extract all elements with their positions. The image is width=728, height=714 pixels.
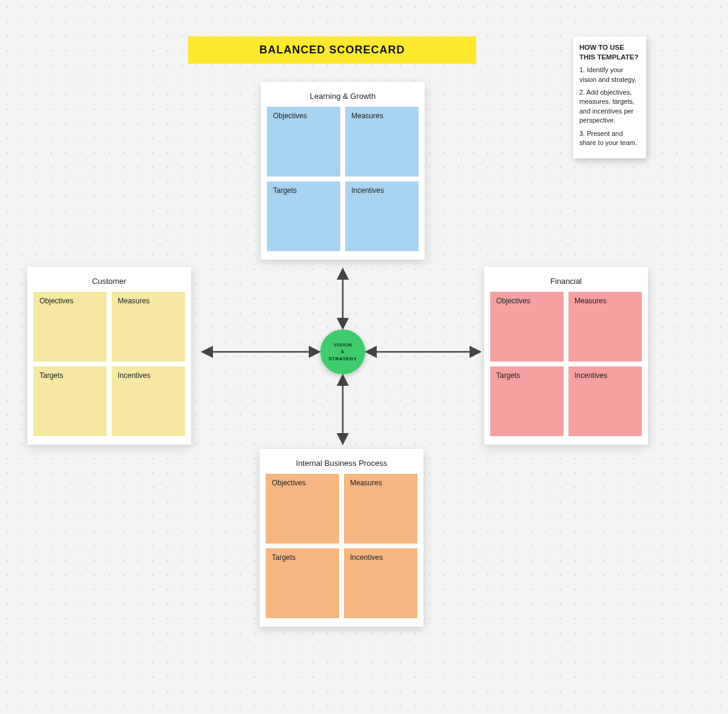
tile-measures[interactable]: Measures: [344, 474, 417, 544]
tile-incentives[interactable]: Incentives: [344, 548, 417, 618]
tile-objectives[interactable]: Objectives: [267, 107, 340, 177]
tile-measures[interactable]: Measures: [112, 292, 185, 362]
panel-title: Customer: [33, 273, 185, 292]
panel-customer[interactable]: Customer Objectives Measures Targets Inc…: [27, 267, 191, 445]
panel-internal-business-process[interactable]: Internal Business Process Objectives Mea…: [260, 449, 423, 627]
panel-title: Financial: [490, 273, 642, 292]
panel-title: Learning & Growth: [267, 88, 419, 107]
tiles-grid: Objectives Measures Targets Incentives: [266, 474, 417, 618]
help-step-1: 1. Identify your vision and strategy.: [579, 66, 640, 84]
tile-targets[interactable]: Targets: [266, 548, 339, 618]
tile-incentives[interactable]: Incentives: [345, 181, 419, 251]
tile-measures[interactable]: Measures: [568, 292, 642, 362]
tiles-grid: Objectives Measures Targets Incentives: [33, 292, 185, 436]
tile-objectives[interactable]: Objectives: [33, 292, 107, 362]
tile-targets[interactable]: Targets: [267, 181, 340, 251]
panel-title: Internal Business Process: [266, 455, 417, 474]
center-line3: STRATEGY: [329, 356, 357, 362]
help-heading: HOW TO USE THIS TEMPLATE?: [579, 42, 640, 62]
help-step-3: 3. Present and share to your team.: [579, 129, 640, 148]
tile-incentives[interactable]: Incentives: [112, 366, 185, 436]
tile-objectives[interactable]: Objectives: [490, 292, 564, 362]
center-line1: VISION: [334, 342, 352, 348]
panel-learning-growth[interactable]: Learning & Growth Objectives Measures Ta…: [261, 82, 425, 260]
tile-objectives[interactable]: Objectives: [266, 474, 339, 544]
tiles-grid: Objectives Measures Targets Incentives: [267, 107, 419, 251]
help-step-2: 2. Add objectives, measures, targets, an…: [579, 88, 640, 126]
tile-measures[interactable]: Measures: [345, 107, 419, 177]
panel-financial[interactable]: Financial Objectives Measures Targets In…: [484, 267, 648, 445]
title-banner: BALANCED SCORECARD: [188, 36, 476, 64]
tile-targets[interactable]: Targets: [33, 366, 107, 436]
title-text: BALANCED SCORECARD: [259, 44, 405, 56]
center-line2: &: [341, 349, 345, 354]
center-label: VISION & STRATEGY: [329, 342, 357, 362]
tile-incentives[interactable]: Incentives: [568, 366, 642, 436]
vision-strategy-circle[interactable]: VISION & STRATEGY: [320, 329, 365, 374]
tiles-grid: Objectives Measures Targets Incentives: [490, 292, 642, 436]
help-card[interactable]: HOW TO USE THIS TEMPLATE? 1. Identify yo…: [573, 36, 646, 158]
tile-targets[interactable]: Targets: [490, 366, 564, 436]
